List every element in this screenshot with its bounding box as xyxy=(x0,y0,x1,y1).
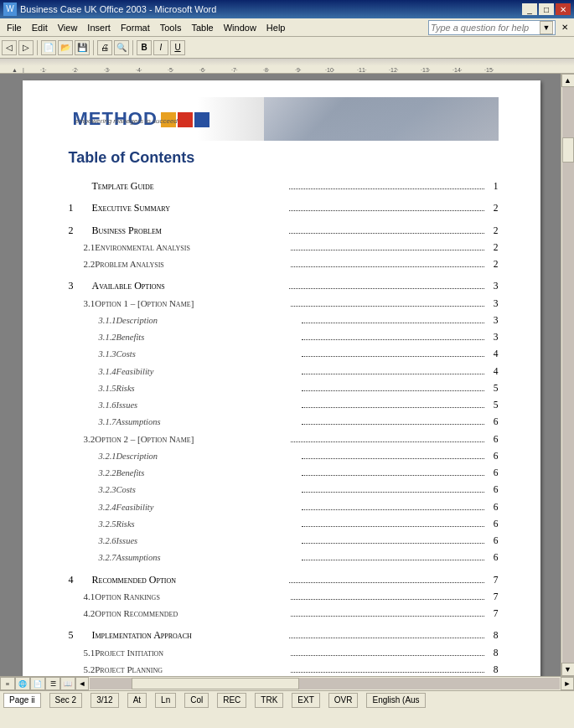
toc-entry-dots xyxy=(302,458,484,459)
toc-entry[interactable]: 3.2.2Benefits6 xyxy=(69,466,499,480)
toolbar-button[interactable]: ▷ xyxy=(18,40,34,55)
toc-entry[interactable]: 5Implementation Approach8 xyxy=(69,627,499,643)
toc-entry[interactable]: 5.1Project Initiation8 xyxy=(69,646,499,660)
toolbar-italic-button[interactable]: I xyxy=(153,40,168,55)
toc-entry[interactable]: 3.1.7Assumptions6 xyxy=(69,415,499,429)
toc-entry[interactable]: 4.1Option Rankings7 xyxy=(69,590,499,604)
toolbar-bold-button[interactable]: B xyxy=(137,40,152,55)
toc-entry[interactable]: 3.1.6Issues5 xyxy=(69,398,499,412)
menu-table[interactable]: Table xyxy=(186,21,218,34)
menu-insert[interactable]: Insert xyxy=(82,21,116,34)
scroll-up-button[interactable]: ▲ xyxy=(561,74,575,87)
toc-entry-page: 3 xyxy=(487,297,499,311)
menu-window[interactable]: Window xyxy=(219,21,261,34)
document-area: METHOD empowering managers to succeed Ta… xyxy=(0,74,561,676)
toolbar-underline-button[interactable]: U xyxy=(170,40,185,55)
toc-entry[interactable]: 3.1.3Costs4 xyxy=(69,347,499,361)
toc-entry[interactable]: 3.2.4Feasibility6 xyxy=(69,500,499,514)
toc-entry-num: 1 xyxy=(69,200,92,215)
toc-entry[interactable]: 2Business Problem2 xyxy=(69,223,499,238)
toc-entry[interactable]: 3.1.2Benefits3 xyxy=(69,330,499,344)
toolbar-new-button[interactable]: 📄 xyxy=(41,40,56,55)
toc-entry-page: 6 xyxy=(487,550,499,565)
toc-entry[interactable]: Template Guide1 xyxy=(69,178,499,194)
toc-entry-label: Option Recommended xyxy=(95,607,288,621)
app-icon: W xyxy=(3,3,17,16)
hscroll-track[interactable] xyxy=(90,678,560,689)
scroll-down-button[interactable]: ▼ xyxy=(561,663,575,676)
main-area: METHOD empowering managers to succeed Ta… xyxy=(0,74,574,676)
toc-entry[interactable]: 2.1Environmental Analysis2 xyxy=(69,240,499,255)
toc-entry[interactable]: 4Recommended Option7 xyxy=(69,572,499,587)
outline-view-button[interactable]: ☰ xyxy=(45,677,60,690)
toc-entry-label: Recommended Option xyxy=(92,572,287,587)
toolbar-open-button[interactable]: 📂 xyxy=(58,40,73,55)
toc-entry[interactable]: 3.1Option 1 – [Option Name]3 xyxy=(69,297,499,311)
hscroll-thumb[interactable] xyxy=(132,678,299,689)
toc-entry[interactable]: 3.2.3Costs6 xyxy=(69,483,499,497)
toc-entry-page: 4 xyxy=(487,347,499,361)
toc-entry-num: 3.1.3 xyxy=(69,348,116,361)
scroll-track[interactable] xyxy=(562,87,574,663)
toc-entry[interactable]: 4.2Option Recommended7 xyxy=(69,607,499,621)
help-search[interactable]: ▼ xyxy=(428,20,556,35)
ruler-mark: | xyxy=(19,67,28,73)
toc-entry-dots xyxy=(291,655,484,656)
toc-entry-num: 3 xyxy=(69,278,92,293)
scroll-thumb[interactable] xyxy=(562,137,574,163)
status-of: 3/12 xyxy=(90,693,118,708)
scroll-right-button[interactable]: ► xyxy=(561,677,574,690)
menu-edit[interactable]: Edit xyxy=(27,21,53,34)
menu-tools[interactable]: Tools xyxy=(155,21,187,34)
toc-entry-num: 3.2.3 xyxy=(69,483,116,497)
toc-entry-label: Feasibility xyxy=(116,365,299,379)
menu-help[interactable]: Help xyxy=(261,21,291,34)
toc-entry[interactable]: 2.2Problem Analysis2 xyxy=(69,257,499,271)
toc-entry[interactable]: 3.1.5Risks5 xyxy=(69,381,499,395)
ruler-mark: ·6· xyxy=(187,67,219,73)
toc-entry-label: Description xyxy=(116,314,299,328)
toc-entry[interactable]: 3.2Option 2 – [Option Name]6 xyxy=(69,432,499,447)
toc-entry[interactable]: 5.2Project Planning8 xyxy=(69,663,499,676)
toc-entry[interactable]: 3.2.6Issues6 xyxy=(69,534,499,548)
toc-entry-dots xyxy=(289,582,484,583)
toc-entry[interactable]: 3.2.5Risks6 xyxy=(69,517,499,531)
toc-entry[interactable]: 3.1.4Feasibility4 xyxy=(69,364,499,379)
ruler-mark: ·8· xyxy=(251,67,282,73)
minimize-button[interactable]: _ xyxy=(522,3,537,15)
maximize-button[interactable]: □ xyxy=(539,3,554,15)
toc-entry-num: 2 xyxy=(69,223,92,238)
reading-view-button[interactable]: 📖 xyxy=(60,677,75,690)
menu-file[interactable]: File xyxy=(2,21,27,34)
help-search-input[interactable] xyxy=(431,23,540,33)
toc-entry-dots xyxy=(302,526,484,527)
toc-entry-dots xyxy=(291,306,484,307)
help-search-button[interactable]: ▼ xyxy=(540,21,553,34)
toolbar-print-button[interactable]: 🖨 xyxy=(97,40,112,55)
menu-close-button[interactable]: ✕ xyxy=(557,22,572,34)
status-ext: EXT xyxy=(292,693,319,708)
toc-entry[interactable]: 3Available Options3 xyxy=(69,278,499,293)
toc-entry-page: 4 xyxy=(487,364,499,379)
vertical-scrollbar[interactable]: ▲ ▼ xyxy=(561,74,574,676)
normal-view-button[interactable]: ≡ xyxy=(0,677,15,690)
scroll-left-button[interactable]: ◄ xyxy=(75,677,89,690)
close-button[interactable]: ✕ xyxy=(556,3,571,15)
toc-entry-page: 2 xyxy=(487,240,499,255)
toolbar-save-button[interactable]: 💾 xyxy=(75,40,90,55)
toolbar-preview-button[interactable]: 🔍 xyxy=(114,40,129,55)
toc-entry-num: 3.1.6 xyxy=(69,399,116,412)
menu-format[interactable]: Format xyxy=(116,21,155,34)
toc-entry[interactable]: 1Executive Summary2 xyxy=(69,200,499,215)
toolbar-button[interactable]: ◁ xyxy=(2,40,17,55)
web-view-button[interactable]: 🌐 xyxy=(15,677,30,690)
toc-entry[interactable]: 3.2.7Assumptions6 xyxy=(69,550,499,565)
toc-entry[interactable]: 3.2.1Description6 xyxy=(69,449,499,463)
ruler-mark: ·12· xyxy=(378,67,410,73)
ruler-mark: ·10· xyxy=(314,67,346,73)
toc-entry[interactable]: 3.1.1Description3 xyxy=(69,313,499,328)
menu-view[interactable]: View xyxy=(53,21,83,34)
toc-entry-num: 3.2.7 xyxy=(69,551,116,565)
toc-entry-label: Environmental Analysis xyxy=(95,240,288,255)
print-view-button[interactable]: 📄 xyxy=(30,677,45,690)
